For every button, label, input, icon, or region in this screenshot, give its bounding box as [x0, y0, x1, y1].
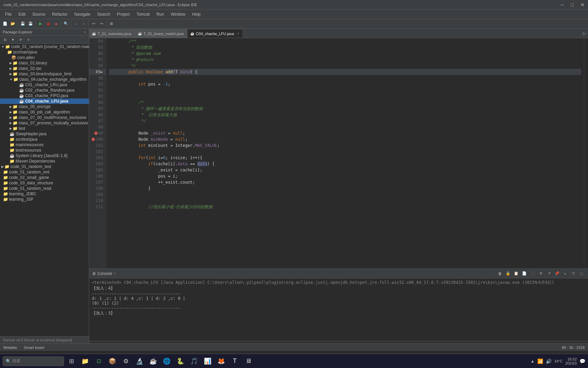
close-btn[interactable]: ✕: [581, 2, 585, 7]
taskbar-terminal[interactable]: ⊡: [93, 355, 105, 367]
console-content[interactable]: <terminated> C04_chache_LFU [Java Applic…: [89, 278, 588, 341]
sidebar-item-jdbc[interactable]: 📁 learning_JDBC: [0, 191, 89, 197]
tb-save[interactable]: 💾: [19, 20, 27, 28]
taskbar-app8[interactable]: T: [229, 355, 241, 367]
sidebar-item-class04[interactable]: ▼ 📁 class_04.cache_exchange_algorithm: [0, 77, 89, 82]
tb-run[interactable]: ▶: [37, 20, 44, 28]
sidebar-item-read[interactable]: 📁 code_01_random_read: [0, 186, 89, 191]
taskbar-app6[interactable]: 📊: [201, 355, 214, 367]
taskbar-browser[interactable]: 🌐: [161, 355, 173, 367]
tb-back[interactable]: ←: [72, 20, 80, 28]
sidebar-item-class03[interactable]: ▶ 📁 class_03.timeAndspace_limit: [0, 71, 89, 77]
sidebar-item-test[interactable]: ▶ 📁 test: [0, 126, 89, 131]
console-clear[interactable]: 🗑: [496, 270, 504, 277]
menu-edit[interactable]: Edit: [15, 11, 29, 18]
sidebar-item-com[interactable]: 📦 com.allen: [0, 55, 89, 60]
tb-debug[interactable]: 🐞: [45, 20, 52, 28]
sidebar-item-class07b[interactable]: ▶ 📁 class_07_process_mutually_exclusive: [0, 120, 89, 126]
console-remove[interactable]: ✕: [537, 270, 544, 277]
sidebar-item-c01lru[interactable]: ☕ C01_chache_LRU.java: [0, 82, 89, 88]
tb-search[interactable]: 🔍: [62, 20, 70, 28]
menu-window[interactable]: Window: [167, 11, 189, 18]
console-close-btn[interactable]: ×: [114, 272, 116, 275]
sidebar-item-jre[interactable]: ☕ System Library [JavaSE-1.8]: [0, 153, 89, 158]
sidebar-item-class02[interactable]: ▶ 📁 class_02.rpc: [0, 66, 89, 71]
menu-file[interactable]: File: [2, 11, 15, 18]
taskbar-app4[interactable]: 🐍: [174, 355, 186, 367]
tb-new[interactable]: 📄: [1, 20, 9, 28]
taskbar-app9[interactable]: 🖥: [242, 355, 255, 367]
console-new[interactable]: +: [561, 270, 569, 277]
tb-save-all[interactable]: 💾: [27, 20, 34, 28]
tab-icon: ☕: [138, 32, 142, 35]
menu-search[interactable]: Search: [94, 11, 114, 18]
taskbar-files[interactable]: 📁: [79, 355, 91, 367]
console-scrollbar[interactable]: [89, 341, 588, 343]
sidebar-item-class07a[interactable]: ▶ 📁 class_07_00_mutilProcess_exclusive: [0, 115, 89, 120]
console-copy[interactable]: 📋: [512, 270, 520, 277]
menu-run[interactable]: Run: [153, 11, 167, 18]
sidebar-item-class01[interactable]: ▶ 📁 class_01.binary: [0, 60, 89, 66]
tb-stop[interactable]: ■: [52, 20, 60, 28]
tab-summary[interactable]: ☕ T_01_summary.java: [89, 29, 135, 38]
tab-scroll-right[interactable]: ▷: [581, 29, 588, 38]
taskbar-app3[interactable]: 🔬: [133, 355, 146, 367]
console-tab[interactable]: 🖥 Console ×: [92, 271, 116, 276]
tab-brace[interactable]: ☕ T_01_brace_match.java: [135, 29, 187, 38]
sidebar-sync[interactable]: ⟳: [17, 36, 24, 44]
sidebar-item-maven[interactable]: 📁 Maven Dependencies: [0, 158, 89, 164]
sidebar-filter[interactable]: ▼: [9, 36, 17, 44]
taskbar-task-view[interactable]: ⊞: [65, 355, 78, 367]
tb-perspective[interactable]: ⊞: [108, 20, 115, 28]
console-pin[interactable]: 📌: [553, 270, 561, 277]
console-paste[interactable]: 📄: [521, 270, 528, 277]
console-open-in-editor[interactable]: ↗: [545, 270, 553, 277]
taskbar-app1[interactable]: 📦: [106, 355, 118, 367]
menu-navigate[interactable]: Navigate: [71, 11, 94, 18]
taskbar-app7[interactable]: 🦊: [215, 355, 227, 367]
notification-icon[interactable]: 💬: [579, 358, 585, 364]
sidebar-item-xml[interactable]: 📁 code_01_random_xml: [0, 169, 89, 175]
menu-source[interactable]: Source: [29, 11, 49, 18]
sidebar-item-src[interactable]: 📁 src/main/java: [0, 49, 89, 55]
folder-icon: 📁: [10, 137, 15, 142]
console-scroll-lock[interactable]: 🔒: [504, 270, 512, 277]
sidebar-item-testjava[interactable]: 📁 src/test/java: [0, 137, 89, 142]
sidebar-item-datastructure[interactable]: 📁 code_03_data_structure: [0, 180, 89, 186]
sidebar-item-class06[interactable]: ▶ 📁 class_06_job_call_algorithm: [0, 109, 89, 115]
menu-project[interactable]: Project: [114, 11, 133, 18]
taskbar-app2[interactable]: ⚙: [120, 355, 132, 367]
taskbar-app5[interactable]: 🎵: [188, 355, 200, 367]
sidebar-item-c04lfu[interactable]: ☕ C04_chache_LFU.java: [0, 98, 89, 104]
minimize-btn[interactable]: ─: [561, 2, 564, 7]
tb-undo[interactable]: ↩: [90, 20, 97, 28]
sidebar-close[interactable]: ×: [84, 30, 86, 34]
sidebar-item-sleephepler[interactable]: ☕ SleepHepler.java: [0, 131, 89, 137]
sidebar-item-c03fifo[interactable]: ☕ C03_chache_FIFO.java: [0, 93, 89, 98]
console-minimize[interactable]: ▽: [570, 270, 577, 277]
console-maximize[interactable]: □: [578, 270, 585, 277]
tb-redo[interactable]: ↪: [98, 20, 105, 28]
sidebar-item-class05[interactable]: ▶ 📁 class_05_encrypt: [0, 104, 89, 109]
tb-forward[interactable]: →: [80, 20, 87, 28]
sidebar-item-testresources[interactable]: 📁 test/resources: [0, 148, 89, 153]
sidebar-item-game[interactable]: 📁 code_02_small_game: [0, 175, 89, 180]
sidebar-item-random-test[interactable]: ▶ 📁 code_01_random_test: [0, 164, 89, 169]
maximize-btn[interactable]: □: [571, 2, 574, 7]
sidebar-item-jsp[interactable]: 📁 learning_JSP: [0, 197, 89, 202]
sidebar-item-mainresources[interactable]: 📁 main/resources: [0, 142, 89, 148]
sidebar-item-project[interactable]: ▼ 📁 code_01_random [course_01_random mai…: [0, 44, 89, 49]
menu-refactor[interactable]: Refactor: [49, 11, 71, 18]
sidebar-collapse[interactable]: ⊟: [1, 36, 9, 44]
sidebar-viewmenu[interactable]: ≡: [25, 36, 32, 44]
tab-lfu[interactable]: ☕ C04_chache_LFU.java ×: [187, 29, 243, 38]
taskbar-eclipse[interactable]: ☕: [147, 355, 159, 367]
menu-help[interactable]: Help: [189, 11, 204, 18]
console-terminate[interactable]: ⬛: [529, 270, 536, 277]
tab-close-btn[interactable]: ×: [237, 32, 239, 35]
sidebar-item-c02random[interactable]: ☕ C02_chache_Random.java: [0, 88, 89, 93]
tb-open[interactable]: 📂: [9, 20, 17, 28]
menu-tomcat[interactable]: Tomcat: [133, 11, 153, 18]
taskbar-search[interactable]: 🔍 搜索: [3, 356, 64, 366]
code-content[interactable]: /** * 添加数据 * @param num * @return */ pub…: [106, 38, 584, 269]
